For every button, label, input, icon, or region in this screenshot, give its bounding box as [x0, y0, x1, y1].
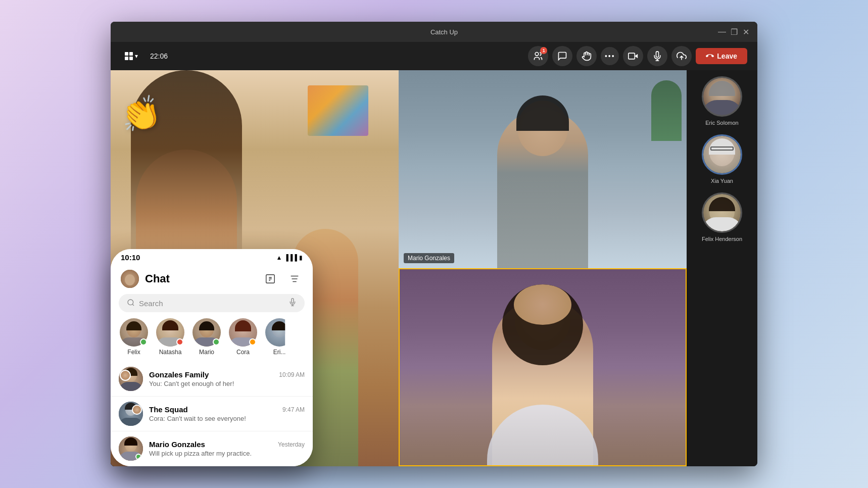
battery-icon: ▮ — [299, 254, 303, 261]
compose-icon — [265, 273, 276, 284]
mario-contact-avatar — [192, 318, 221, 347]
squad-content: The Squad 9:47 AM Cora: Can't wait to se… — [149, 405, 305, 422]
call-toolbar: ▾ 22:06 1 — [111, 42, 757, 70]
title-bar: Catch Up — ❐ ✕ — [111, 22, 757, 42]
chat-list: Gonzales Family 10:09 AM You: Can't get … — [111, 362, 313, 466]
xia-avatar — [702, 134, 742, 175]
cora-avatar — [229, 318, 257, 347]
chat-title: Chat — [145, 272, 170, 285]
cora-status — [249, 338, 256, 346]
clapping-emoji: 👏 — [118, 92, 164, 137]
chat-icon — [557, 51, 567, 61]
felix-status — [140, 338, 147, 346]
gonzales-family-preview: You: Can't get enough of her! — [149, 380, 305, 387]
gonzales-family-content: Gonzales Family 10:09 AM You: Can't get … — [149, 370, 305, 387]
wifi-icon: ▲ — [276, 254, 282, 261]
contact-cora[interactable]: Cora — [228, 318, 258, 356]
felix-avatar — [120, 318, 148, 347]
mario-video-content — [399, 70, 687, 268]
mario-video-cell: Mario Gonzales — [399, 70, 687, 268]
mic-toggle-button[interactable] — [647, 46, 667, 66]
bottom-right-video-content — [400, 269, 686, 465]
squad-avatar — [119, 402, 143, 426]
chat-mario-gonzales[interactable]: Mario Gonzales Yesterday Will pick up pi… — [111, 431, 313, 466]
call-timer: 22:06 — [150, 52, 168, 60]
eri-contact-name: Eri... — [273, 349, 286, 356]
natasha-contact-name: Natasha — [159, 349, 182, 356]
mic-search-icon[interactable] — [288, 298, 297, 308]
participants-sidebar: Eric Solomon Xia Yuan — [687, 70, 757, 466]
contact-eri[interactable]: Eri... — [264, 318, 295, 356]
close-button[interactable]: ✕ — [743, 29, 749, 35]
felix-h-name: Felix Henderson — [702, 236, 742, 242]
restore-button[interactable]: ❐ — [731, 29, 737, 35]
video-toggle-button[interactable] — [623, 46, 643, 66]
toolbar-right: 1 ••• — [528, 46, 747, 66]
compose-button[interactable] — [262, 271, 278, 287]
gonzales-family-name: Gonzales Family — [149, 370, 209, 379]
natasha-status — [176, 338, 183, 346]
mic-icon — [652, 51, 662, 61]
mario-name-tag: Mario Gonzales — [404, 253, 454, 263]
svg-point-9 — [128, 300, 133, 305]
minimize-button[interactable]: — — [719, 29, 725, 35]
mario-chat-time: Yesterday — [278, 441, 305, 448]
felix-h-avatar — [702, 192, 742, 233]
chat-gonzales-family[interactable]: Gonzales Family 10:09 AM You: Can't get … — [111, 362, 313, 397]
mario-chat-preview: Will pick up pizza after my practice. — [149, 450, 305, 457]
toolbar-left: ▾ 22:06 — [121, 50, 522, 62]
mario-contact-name: Mario — [199, 349, 214, 356]
video-icon — [628, 51, 638, 61]
search-icon — [127, 299, 135, 308]
notification-badge: 1 — [540, 47, 547, 54]
natasha-avatar — [156, 318, 184, 347]
leave-phone-icon — [706, 52, 714, 60]
window-controls: — ❐ ✕ — [719, 29, 749, 35]
raise-hand-icon — [582, 51, 592, 61]
phone-header: Chat — [111, 264, 313, 294]
eric-name: Eric Solomon — [705, 120, 738, 126]
gonzales-family-time: 10:09 AM — [279, 371, 305, 378]
squad-name: The Squad — [149, 405, 188, 414]
leave-label: Leave — [717, 52, 737, 60]
search-input[interactable]: Search — [139, 299, 284, 308]
view-toggle-button[interactable]: ▾ — [121, 50, 142, 62]
mario-chat-content: Mario Gonzales Yesterday Will pick up pi… — [149, 440, 305, 457]
share-screen-icon — [677, 51, 687, 61]
contacts-row: Felix Natasha — [111, 318, 313, 362]
mario-contact-status — [213, 338, 220, 346]
phone-status-icons: ▲ ▐▐▐ ▮ — [276, 254, 303, 261]
svg-point-0 — [535, 53, 539, 56]
chevron-down-icon: ▾ — [135, 53, 138, 60]
chat-button[interactable] — [552, 46, 572, 66]
signal-icon: ▐▐▐ — [284, 254, 297, 261]
raise-hand-button[interactable] — [576, 46, 597, 66]
user-avatar-small — [121, 270, 139, 288]
more-options-button[interactable]: ••• — [601, 47, 619, 65]
xia-name: Xia Yuan — [711, 178, 733, 184]
bottom-right-video-cell — [399, 268, 687, 466]
phone-search[interactable]: Search — [119, 294, 305, 312]
phone-overlay: 10:10 ▲ ▐▐▐ ▮ Chat — [111, 249, 313, 466]
filter-button[interactable] — [286, 271, 303, 287]
share-screen-button[interactable] — [671, 46, 692, 66]
svg-rect-1 — [629, 53, 635, 59]
mario-chat-avatar — [119, 436, 143, 461]
squad-preview: Cora: Can't wait to see everyone! — [149, 415, 305, 422]
phone-status-bar: 10:10 ▲ ▐▐▐ ▮ — [111, 249, 313, 264]
gonzales-family-avatar — [119, 367, 143, 391]
leave-button[interactable]: Leave — [696, 48, 747, 64]
participant-eric[interactable]: Eric Solomon — [702, 76, 742, 126]
participants-button[interactable]: 1 — [528, 46, 548, 66]
contact-natasha[interactable]: Natasha — [155, 318, 185, 356]
contact-felix[interactable]: Felix — [119, 318, 149, 356]
phone-header-left: Chat — [121, 270, 170, 288]
cora-contact-name: Cora — [236, 349, 250, 356]
contact-mario[interactable]: Mario — [191, 318, 222, 356]
chat-the-squad[interactable]: The Squad 9:47 AM Cora: Can't wait to se… — [111, 397, 313, 431]
participant-felix-h[interactable]: Felix Henderson — [702, 192, 742, 242]
grid-icon — [125, 52, 133, 60]
eric-avatar — [702, 76, 742, 117]
phone-header-icons — [262, 271, 303, 287]
participant-xia[interactable]: Xia Yuan — [702, 134, 742, 184]
